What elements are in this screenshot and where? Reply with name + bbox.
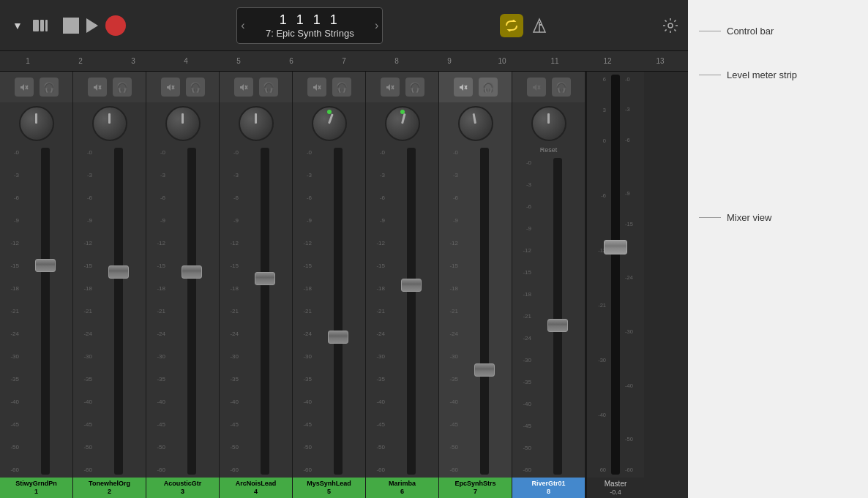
loop-button[interactable] [500,14,523,37]
channel-3-scale: -0-3-6-9-12-15-18-21-24-30-35-40-45-50-6… [149,148,165,475]
meter-num-8: 8 [370,57,423,65]
metronome-button[interactable] [529,15,550,36]
channel-6-fader[interactable] [401,279,422,292]
channel-3-controls: 🎧 [146,72,219,102]
channel-3-pan-knob[interactable] [165,106,201,141]
record-button[interactable] [105,15,126,36]
master-value: -0.4 [610,488,621,496]
channel-7-solo[interactable]: 🎧 [479,78,498,97]
control-bar: ▼ ‹ 1 1 1 1 7: Epic Synth Strings › [0,0,688,51]
track-name: 7: Epic Synth Strings [266,28,354,39]
channel-8-fader[interactable] [547,319,568,332]
channel-4-fader[interactable] [255,272,275,285]
channel-2-solo[interactable]: 🎧 [113,78,132,97]
channel-5-solo[interactable]: 🎧 [332,78,351,97]
channel-strip-5: 🎧 -0-3-6-9-12-15-18-21-24-30-35-40-45-50… [293,72,366,498]
meter-num-10: 10 [476,57,528,65]
channel-7-label: EpcSynhStrs 7 [439,478,512,498]
settings-button[interactable] [660,15,681,36]
library-icon[interactable] [31,15,51,36]
meter-num-2: 2 [54,57,107,65]
annotation-text-2: Level meter strip [727,69,797,80]
svg-point-6 [668,23,673,28]
channel-5-fader[interactable] [328,331,348,344]
channel-6-mute[interactable] [381,78,400,97]
channel-7-fader[interactable] [474,363,495,377]
stop-button[interactable] [63,18,79,34]
channel-2-scale: -0-3-6-9-12-15-18-21-24-30-35-40-45-50-6… [76,148,92,475]
channel-1-fader-area: -0-3-6-9-12-15-18-21-24-30-35-40-45-50-6… [0,145,72,478]
channel-6-scale: -0-3-6-9-12-15-18-21-24-30-35-40-45-50-6… [369,148,385,475]
daw-main: ▼ ‹ 1 1 1 1 7: Epic Synth Strings › [0,0,688,498]
annotation-text-1: Control bar [727,26,774,37]
channel-3-fader[interactable] [182,265,202,279]
annotation-meter-strip: Level meter strip [699,69,857,80]
channel-5-mute[interactable] [307,78,326,97]
reset-label[interactable]: Reset [540,145,558,155]
channel-strip-4: 🎧 -0-3-6-9-12-15-18-21-24-30-35-40-45-50… [220,72,293,498]
channel-3-fader-area: -0-3-6-9-12-15-18-21-24-30-35-40-45-50-6… [146,145,219,478]
channel-4-fader-area: -0-3-6-9-12-15-18-21-24-30-35-40-45-50-6… [220,145,292,478]
channel-5-label: MysSynhLead 5 [293,478,365,498]
channel-7-mute[interactable] [454,78,473,97]
channel-3-mute[interactable] [161,78,180,97]
channel-7-fader-track [480,148,489,475]
channel-7-fader-container [460,148,509,475]
meter-num-11: 11 [528,57,581,65]
channel-1-pan-knob[interactable] [19,106,54,141]
channel-5-fader-container [314,148,362,475]
channel-3-label: AcousticGtr 3 [146,478,219,498]
channel-2-controls: 🎧 [73,72,146,102]
master-fader[interactable] [604,240,627,254]
annotation-line-2 [699,75,721,75]
channel-8-fader-area: -0-3-6-9-12-15-18-21-24-30-35-40-45-50-6… [512,155,585,478]
master-scale-left: 630-6-12-21-30-4060 [590,75,606,475]
channel-6-solo[interactable]: 🎧 [405,78,424,97]
channel-strip-7: 🎧 -0-3-6-9-12-15-18-21-24-30-35-40-45-50… [439,72,512,498]
channel-4-fader-container [241,148,289,475]
channel-4-mute[interactable] [234,78,253,97]
channel-2-mute[interactable] [88,78,107,97]
annotation-line-1 [699,31,721,31]
svg-rect-1 [40,20,44,31]
channel-5-pan-knob[interactable] [312,106,347,141]
svg-rect-2 [45,20,48,31]
channel-4-controls: 🎧 [220,72,292,102]
channel-5-scale: -0-3-6-9-12-15-18-21-24-30-35-40-45-50-6… [296,148,312,475]
channel-8-fader-track [553,158,562,475]
play-button[interactable] [86,18,98,33]
channel-3-solo[interactable]: 🎧 [186,78,205,97]
channel-2-fader[interactable] [108,265,129,279]
channel-8-mute[interactable] [527,78,546,97]
channel-4-solo[interactable]: 🎧 [259,78,278,97]
channel-1-mute[interactable] [15,78,34,97]
channel-1-fader[interactable] [35,259,56,272]
meter-num-9: 9 [423,57,476,65]
meter-num-12: 12 [581,57,634,65]
channel-8-solo[interactable]: 🎧 [552,78,571,97]
channel-6-knob-container [385,106,420,141]
channel-7-scale: -0-3-6-9-12-15-18-21-24-30-35-40-45-50-6… [442,148,458,475]
channel-2-pan-knob[interactable] [92,106,127,141]
channel-strip-1: 🎧 -0-3-6-9-12-15-18-21-24-30-35-40-45-50… [0,72,73,498]
meter-num-7: 7 [318,57,370,65]
channel-strip-2: 🎧 -0-3-6-9-12-15-18-21-24-30-35-40-45-50… [73,72,146,498]
transport-prev[interactable]: ‹ [241,19,244,32]
level-meter-strip: 1 2 3 4 5 6 7 8 9 10 11 12 13 [0,51,688,72]
channel-1-solo[interactable]: 🎧 [40,78,59,97]
channel-2-fader-track [114,148,123,475]
channel-8-pan-knob[interactable] [531,106,566,141]
channel-3-knob-container [165,106,201,141]
channel-7-pan-knob[interactable] [458,106,493,141]
mixer-view: 🎧 -0-3-6-9-12-15-18-21-24-30-35-40-45-50… [0,72,688,498]
annotation-line-3 [699,217,721,218]
dropdown-icon[interactable]: ▼ [7,15,28,36]
channel-4-pan-knob[interactable] [239,106,274,141]
channel-3-fader-container [168,148,216,475]
channel-2-label: TonewhelOrg 2 [73,478,146,498]
channel-4-fader-track [261,148,269,475]
channel-4-knob-container [239,106,274,141]
channel-6-pan-knob[interactable] [385,106,420,141]
transport-next[interactable]: › [375,19,378,32]
channel-4-scale: -0-3-6-9-12-15-18-21-24-30-35-40-45-50-6… [222,148,239,475]
